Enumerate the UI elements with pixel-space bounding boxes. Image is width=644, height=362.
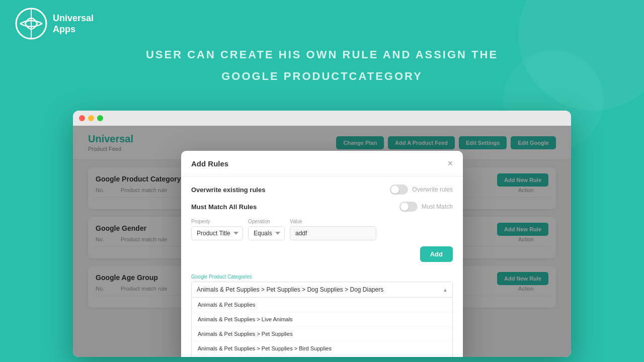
modal-title: Add Rules xyxy=(191,159,228,168)
browser-window: Universal Product Feed Change Plan Add A… xyxy=(73,111,571,357)
must-match-toggle[interactable] xyxy=(399,202,418,212)
value-group: Value xyxy=(290,219,376,240)
modal-close-button[interactable]: × xyxy=(447,159,453,168)
value-label: Value xyxy=(290,219,376,224)
gpc-dropdown-list: Animals & Pet SuppliesAnimals & Pet Supp… xyxy=(191,298,453,357)
operation-group: Operation Equals xyxy=(248,219,285,240)
gpc-input[interactable] xyxy=(191,282,453,298)
overwrite-rules-toggle[interactable] xyxy=(390,185,408,195)
value-input[interactable] xyxy=(290,226,376,240)
overwrite-toggle-label: Overwrite rules xyxy=(412,186,453,193)
gpc-label: Google Product Categories xyxy=(191,274,453,280)
must-match-label: Must Match All Rules xyxy=(191,203,257,211)
dropdown-item[interactable]: Animals & Pet Supplies xyxy=(192,298,452,312)
logo-area: Universal Apps xyxy=(15,8,629,40)
logo-icon xyxy=(15,8,48,40)
must-match-right: Must Match xyxy=(399,202,453,212)
browser-content: Universal Product Feed Change Plan Add A… xyxy=(73,126,571,357)
dropdown-item[interactable]: Animals & Pet Supplies > Pet Supplies > … xyxy=(192,356,452,357)
add-rule-button[interactable]: Add xyxy=(420,246,453,262)
close-window-button[interactable] xyxy=(79,115,85,121)
must-match-row: Must Match All Rules Must Match xyxy=(191,202,453,212)
form-fields-row: Property Product Title Operation Equals … xyxy=(191,219,453,240)
hero-text-line1: USER CAN CREATE HIS OWN RULE AND ASSIGN … xyxy=(15,46,629,63)
maximize-window-button[interactable] xyxy=(97,115,103,121)
operation-select[interactable]: Equals xyxy=(248,226,285,240)
property-label: Property xyxy=(191,219,243,224)
must-match-toggle-label: Must Match xyxy=(422,203,453,210)
header: Universal Apps USER CAN CREATE HIS OWN R… xyxy=(0,0,644,101)
browser-titlebar xyxy=(73,111,571,126)
dropdown-item[interactable]: Animals & Pet Supplies > Live Animals xyxy=(192,312,452,327)
minimize-window-button[interactable] xyxy=(88,115,94,121)
property-select[interactable]: Product Title xyxy=(191,226,243,240)
dropdown-item[interactable]: Animals & Pet Supplies > Pet Supplies xyxy=(192,327,452,341)
add-rules-modal: Add Rules × Overwrite existing rules Ove… xyxy=(181,151,463,357)
logo-text-line1: Universal xyxy=(53,13,94,24)
operation-label: Operation xyxy=(248,219,285,224)
property-group: Property Product Title xyxy=(191,219,243,240)
hero-text-line2: GOOGLE PRODUCTCATEGORY xyxy=(15,68,629,84)
overwrite-rules-right: Overwrite rules xyxy=(390,185,453,195)
gpc-dropdown-arrow-icon: ▲ xyxy=(443,287,448,293)
dropdown-item[interactable]: Animals & Pet Supplies > Pet Supplies > … xyxy=(192,341,452,356)
logo-text-line2: Apps xyxy=(53,24,94,35)
modal-body: Overwrite existing rules Overwrite rules… xyxy=(181,176,463,357)
modal-overlay: Add Rules × Overwrite existing rules Ove… xyxy=(73,126,571,357)
overwrite-rules-row: Overwrite existing rules Overwrite rules xyxy=(191,185,453,195)
gpc-input-wrap: ▲ xyxy=(191,282,453,298)
overwrite-rules-label: Overwrite existing rules xyxy=(191,186,265,194)
modal-header: Add Rules × xyxy=(181,151,463,176)
